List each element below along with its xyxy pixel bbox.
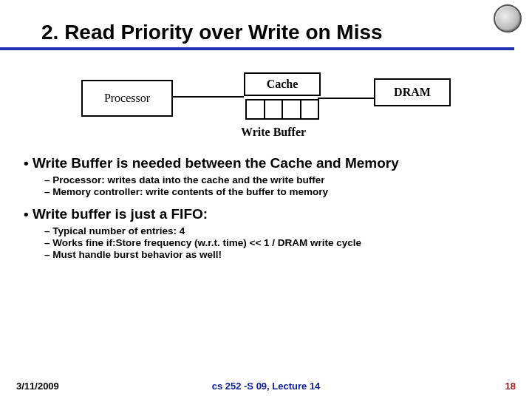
connector-line [171,96,244,98]
sub-bullet: – Must handle burst behavior as well! [44,249,508,260]
body-text: • Write Buffer is needed between the Cac… [0,155,532,260]
sub-bullet-text: Must handle burst behavior as well! [52,249,222,260]
footer-date: 3/11/2009 [16,381,59,392]
footer: 3/11/2009 cs 252 -S 09, Lecture 14 18 [0,381,532,392]
sub-bullet: – Memory controller: write contents of t… [44,186,508,197]
footer-course: cs 252 -S 09, Lecture 14 [212,381,321,392]
write-buffer-box [245,99,319,120]
bullet-2-text: Write buffer is just a FIFO: [33,206,208,222]
sub-bullet-text: Processor: writes data into the cache an… [52,174,324,185]
processor-box: Processor [81,80,173,117]
bullet-2: • Write buffer is just a FIFO: [24,206,508,222]
bullet-1: • Write Buffer is needed between the Cac… [24,155,508,171]
sub-bullet: – Processor: writes data into the cache … [44,174,508,185]
slide-title: 2. Read Priority over Write on Miss [0,0,514,50]
seal-logo [494,4,522,33]
footer-page: 18 [505,381,516,392]
sub-bullet: – Works fine if:Store frequency (w.r.t. … [44,237,508,248]
dram-box: DRAM [374,78,451,106]
cache-box: Cache [244,72,321,96]
sub-bullet-text: Memory controller: write contents of the… [52,186,328,197]
block-diagram: Processor Cache DRAM Write Buffer [66,68,466,149]
write-buffer-label: Write Buffer [241,126,306,139]
sub-bullet: – Typical number of entries: 4 [44,225,508,236]
connector-line [318,98,374,99]
sub-bullet-text: Works fine if:Store frequency (w.r.t. ti… [52,237,361,248]
bullet-1-text: Write Buffer is needed between the Cache… [33,155,399,171]
sub-bullet-text: Typical number of entries: 4 [52,225,185,236]
